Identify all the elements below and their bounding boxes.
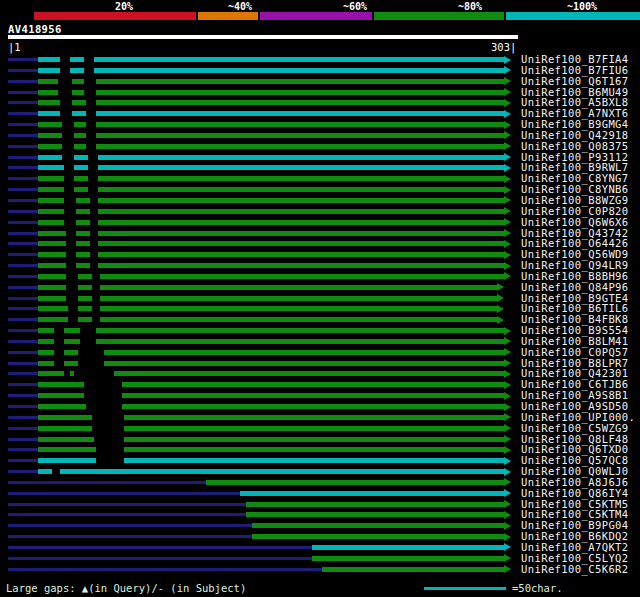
hit-label[interactable]: UniRef100_Q86IY4 xyxy=(521,488,629,499)
hit-bar[interactable] xyxy=(38,133,504,138)
hit-bar[interactable] xyxy=(38,57,504,62)
hit-bar[interactable] xyxy=(38,198,504,203)
hit-bar[interactable] xyxy=(322,567,504,572)
scale-segment-red xyxy=(34,12,196,20)
gap-mark xyxy=(84,57,94,62)
gap-mark xyxy=(58,79,72,84)
hit-arrow-icon xyxy=(504,511,511,519)
legend-scale-label: =50char. xyxy=(512,582,563,594)
gap-mark xyxy=(68,317,78,322)
gap-mark xyxy=(88,165,98,170)
hit-bar[interactable] xyxy=(38,155,504,160)
hit-bar[interactable] xyxy=(252,523,504,528)
hit-bar[interactable] xyxy=(38,285,497,290)
hit-bar[interactable] xyxy=(38,165,504,170)
hit-bar[interactable] xyxy=(38,122,504,127)
hit-bar[interactable] xyxy=(38,252,504,257)
identity-scale-labels: 20%~40%~60%~80%~100% xyxy=(0,0,640,11)
hit-bar[interactable] xyxy=(38,187,504,192)
hit-label[interactable]: UniRef100_Q6W6X6 xyxy=(521,217,629,228)
hit-bar[interactable] xyxy=(38,68,504,73)
gap-mark xyxy=(78,361,104,366)
hit-bar[interactable] xyxy=(252,534,504,539)
gap-mark xyxy=(92,285,100,290)
hit-bar[interactable] xyxy=(38,469,504,474)
hit-arrow-icon xyxy=(504,370,511,378)
hit-bar[interactable] xyxy=(312,545,504,550)
ruler-start: |1 xyxy=(8,41,21,53)
low-score-lead xyxy=(8,513,246,516)
gap-mark xyxy=(66,296,78,301)
scale-label: ~100% xyxy=(567,1,597,12)
gap-mark xyxy=(64,209,76,214)
alignment-row: UniRef100_C5K6R2 xyxy=(0,564,640,575)
hit-label[interactable]: UniRef100_C5WZG9 xyxy=(521,423,629,434)
hit-bar[interactable] xyxy=(206,480,504,485)
hit-bar[interactable] xyxy=(38,317,497,322)
hit-label[interactable]: UniRef100_C0PQ57 xyxy=(521,347,629,358)
scale-line-50char-icon xyxy=(424,587,506,590)
low-score-lead xyxy=(8,568,322,571)
low-score-lead xyxy=(8,166,38,169)
hit-arrow-icon xyxy=(504,327,511,335)
hit-bar[interactable] xyxy=(246,512,504,517)
hit-bar[interactable] xyxy=(38,100,504,105)
hit-bar[interactable] xyxy=(38,339,504,344)
ruler: |1 303| xyxy=(0,41,640,53)
hit-label[interactable]: UniRef100_C5K6R2 xyxy=(521,564,629,575)
hit-bar[interactable] xyxy=(38,306,497,311)
query-bar xyxy=(8,35,518,39)
hit-arrow-icon xyxy=(504,533,511,541)
hit-label[interactable]: UniRef100_Q08375 xyxy=(521,141,629,152)
hit-bar[interactable] xyxy=(240,491,504,496)
gap-mark xyxy=(66,231,76,236)
low-score-lead xyxy=(8,459,38,462)
gap-mark xyxy=(94,437,124,442)
hit-arrow-icon xyxy=(504,392,511,400)
gap-mark xyxy=(86,404,122,409)
hit-bar[interactable] xyxy=(38,263,504,268)
hit-bar[interactable] xyxy=(38,328,504,333)
low-score-lead xyxy=(8,329,38,332)
hit-bar[interactable] xyxy=(38,209,504,214)
hit-bar[interactable] xyxy=(38,90,504,95)
hit-arrow-icon xyxy=(504,229,511,237)
gap-mark xyxy=(66,252,76,257)
gap-mark xyxy=(88,187,98,192)
hit-bar[interactable] xyxy=(38,79,504,84)
low-score-lead xyxy=(8,210,38,213)
gap-mark xyxy=(64,220,76,225)
hit-bar[interactable] xyxy=(38,274,504,279)
low-score-lead xyxy=(8,535,252,538)
hit-bar[interactable] xyxy=(38,111,504,116)
hit-label[interactable]: UniRef100_Q84P96 xyxy=(521,282,629,293)
alignment-rows: UniRef100_B7FIA4UniRef100_B7FIU6UniRef10… xyxy=(0,54,640,575)
hit-arrow-icon xyxy=(504,77,511,85)
alignment-row: UniRef100_Q6W6X6 xyxy=(0,217,640,228)
hit-bar[interactable] xyxy=(38,361,504,366)
hit-label[interactable]: UniRef100_Q6T167 xyxy=(521,76,629,87)
gap-mark xyxy=(60,111,72,116)
alignment-row: UniRef100_Q84P96 xyxy=(0,282,640,293)
hit-bar[interactable] xyxy=(38,231,504,236)
legend: Large gaps: ▲(in Query)/- (in Subject) =… xyxy=(0,582,640,596)
low-score-lead xyxy=(8,470,38,473)
hit-bar[interactable] xyxy=(38,241,504,246)
hit-bar[interactable] xyxy=(38,176,504,181)
low-score-lead xyxy=(8,351,38,354)
hit-bar[interactable] xyxy=(38,220,504,225)
hit-arrow-icon xyxy=(504,424,511,432)
gap-mark xyxy=(84,79,96,84)
gap-mark xyxy=(90,220,98,225)
gap-mark xyxy=(74,371,114,376)
gap-mark xyxy=(86,100,96,105)
hit-bar[interactable] xyxy=(312,556,504,561)
hit-bar[interactable] xyxy=(246,502,504,507)
hit-bar[interactable] xyxy=(38,296,497,301)
hit-bar[interactable] xyxy=(38,350,504,355)
low-score-lead xyxy=(8,318,38,321)
low-score-lead xyxy=(8,427,38,430)
hit-bar[interactable] xyxy=(38,144,504,149)
gap-mark xyxy=(92,317,100,322)
gap-mark xyxy=(66,285,78,290)
